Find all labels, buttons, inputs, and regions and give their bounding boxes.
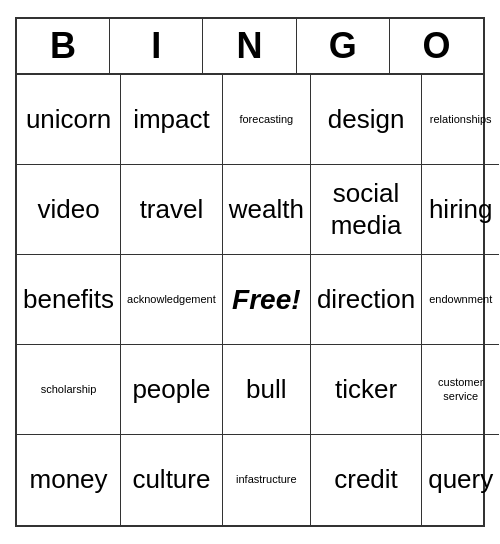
cell-text: impact (133, 104, 210, 135)
bingo-cell[interactable]: forecasting (223, 75, 311, 165)
bingo-cell[interactable]: unicorn (17, 75, 121, 165)
bingo-cell[interactable]: travel (121, 165, 223, 255)
cell-text: Free! (232, 283, 300, 317)
cell-text: forecasting (239, 113, 293, 126)
cell-text: culture (132, 464, 210, 495)
header-letter: O (390, 19, 483, 73)
header-letter: B (17, 19, 110, 73)
cell-text: benefits (23, 284, 114, 315)
header-letter: G (297, 19, 390, 73)
bingo-cell[interactable]: ticker (311, 345, 422, 435)
cell-text: travel (140, 194, 204, 225)
cell-text: scholarship (41, 383, 97, 396)
bingo-cell[interactable]: social media (311, 165, 422, 255)
cell-text: video (37, 194, 99, 225)
bingo-cell[interactable]: direction (311, 255, 422, 345)
cell-text: credit (334, 464, 398, 495)
bingo-cell[interactable]: video (17, 165, 121, 255)
cell-text: relationships (430, 113, 492, 126)
bingo-header: BINGO (17, 19, 483, 75)
cell-text: customer service (428, 376, 493, 402)
bingo-cell[interactable]: query (422, 435, 499, 525)
cell-text: design (328, 104, 405, 135)
cell-text: acknowledgement (127, 293, 216, 306)
header-letter: I (110, 19, 203, 73)
bingo-cell[interactable]: money (17, 435, 121, 525)
cell-text: wealth (229, 194, 304, 225)
bingo-cell[interactable]: bull (223, 345, 311, 435)
cell-text: infastructure (236, 473, 297, 486)
cell-text: query (428, 464, 493, 495)
cell-text: social media (317, 178, 415, 240)
cell-text: people (132, 374, 210, 405)
bingo-card: BINGO unicornimpactforecastingdesignrela… (15, 17, 485, 527)
bingo-cell[interactable]: customer service (422, 345, 499, 435)
bingo-cell[interactable]: benefits (17, 255, 121, 345)
bingo-cell[interactable]: endownment (422, 255, 499, 345)
bingo-cell[interactable]: credit (311, 435, 422, 525)
header-letter: N (203, 19, 296, 73)
cell-text: ticker (335, 374, 397, 405)
bingo-cell[interactable]: acknowledgement (121, 255, 223, 345)
bingo-cell[interactable]: scholarship (17, 345, 121, 435)
bingo-cell[interactable]: wealth (223, 165, 311, 255)
cell-text: unicorn (26, 104, 111, 135)
bingo-cell[interactable]: culture (121, 435, 223, 525)
cell-text: hiring (429, 194, 493, 225)
bingo-grid: unicornimpactforecastingdesignrelationsh… (17, 75, 483, 525)
bingo-cell[interactable]: Free! (223, 255, 311, 345)
bingo-cell[interactable]: hiring (422, 165, 499, 255)
bingo-cell[interactable]: relationships (422, 75, 499, 165)
bingo-cell[interactable]: design (311, 75, 422, 165)
cell-text: bull (246, 374, 286, 405)
bingo-cell[interactable]: impact (121, 75, 223, 165)
cell-text: endownment (429, 293, 492, 306)
cell-text: direction (317, 284, 415, 315)
bingo-cell[interactable]: people (121, 345, 223, 435)
cell-text: money (30, 464, 108, 495)
bingo-cell[interactable]: infastructure (223, 435, 311, 525)
